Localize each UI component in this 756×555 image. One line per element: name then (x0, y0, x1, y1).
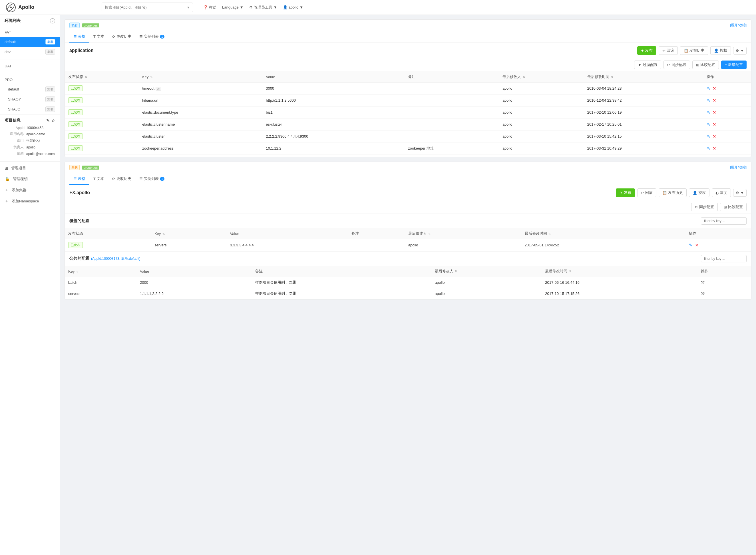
pub-th-remark: 备注 (252, 266, 431, 277)
ns1-tab-text[interactable]: T 文本 (89, 31, 108, 43)
table-row: 已发布 timeout灰 3000 apollo 2016-03-04 18:2… (65, 83, 751, 94)
action-icons: ✎ ✕ (707, 110, 748, 115)
ns1-pub-history-btn[interactable]: 📋 发布历史 (680, 46, 708, 55)
edit-icon[interactable]: ✎ (707, 110, 710, 115)
delete-icon[interactable]: ✕ (695, 243, 699, 248)
edit-icon[interactable]: ✎ (689, 243, 692, 248)
env-help-icon[interactable]: ? (50, 18, 55, 24)
nav-manage-secret[interactable]: 🔒 管理秘钥 (0, 174, 60, 184)
cell-value: 2000 (136, 277, 252, 288)
cell-key: elastic.cluster.name (139, 119, 262, 130)
cov-sort-key[interactable]: ⇅ (162, 232, 165, 236)
ns2-rollback-btn[interactable]: ↩ 回滚 (637, 188, 656, 197)
ns1-compare-btn[interactable]: ⊞ 比较配置 (692, 60, 719, 69)
nav-add-namespace[interactable]: ＋ 添加Namespace (0, 196, 60, 207)
rollback-icon: ↩ (662, 48, 666, 53)
ns2-tab-table[interactable]: ☰ 表格 (69, 173, 89, 185)
ns2-sync-btn[interactable]: ⟳ 同步配置 (691, 203, 718, 211)
pub-sort-key[interactable]: ⇅ (76, 270, 79, 273)
ns2-authorize-btn[interactable]: 👤 授权 (689, 188, 709, 197)
nav-add-cluster[interactable]: ＋ 添加集群 (0, 184, 60, 196)
cov-sort-time[interactable]: ⇅ (548, 232, 551, 235)
edit-icon[interactable]: ✎ (707, 134, 710, 139)
edit-icon[interactable]: ✎ (707, 122, 710, 127)
ns2-config-header: FX.apollo ✈ 发布 ↩ 回滚 📋 发布历史 👤 (65, 185, 751, 201)
ns2-tab-instances[interactable]: ☰ 实例列表 1 (135, 173, 168, 185)
key-badge: 灰 (156, 87, 161, 90)
project-edit-icon[interactable]: ✎ (46, 118, 50, 123)
ns2-publish-btn[interactable]: ✈ 发布 (616, 188, 635, 197)
delete-icon[interactable]: ✕ (713, 134, 716, 139)
sidebar-item-pro-shaoy[interactable]: SHAOY 集群 (0, 94, 60, 104)
sidebar-item-pro-shajq[interactable]: SHAJQ 集群 (0, 104, 60, 114)
cov-sort-modifier[interactable]: ⇅ (428, 232, 430, 235)
ns1-tab-history[interactable]: ⟳ 更改历史 (108, 31, 135, 43)
ns1-add-btn[interactable]: + 新增配置 (721, 60, 747, 69)
search-bar[interactable]: ▼ (101, 3, 193, 12)
pub-sort-modifier[interactable]: ⇅ (455, 270, 457, 273)
tools-icon[interactable]: ⚒ (701, 280, 705, 285)
ns2-pub-history-btn[interactable]: 📋 发布历史 (659, 188, 687, 197)
topnav: Apollo ▼ ❓ 帮助 Language ▼ ⚙ 管理员工具 ▼ 👤 apo… (0, 0, 756, 15)
help-link[interactable]: ❓ 帮助 (203, 5, 216, 10)
delete-icon[interactable]: ✕ (713, 122, 716, 127)
ns1-tab-instances[interactable]: ☰ 实例列表 1 (135, 31, 168, 43)
edit-icon[interactable]: ✎ (707, 98, 710, 103)
tools-icon[interactable]: ⚒ (701, 291, 705, 296)
sidebar-item-fat[interactable]: FAT (0, 28, 60, 37)
admin-tools-link[interactable]: ⚙ 管理员工具 ▼ (249, 5, 277, 10)
status-badge: 已发布 (68, 109, 83, 115)
sidebar-item-uat[interactable]: UAT (0, 62, 60, 71)
sort-modifier[interactable]: ⇅ (523, 75, 525, 79)
ns1-authorize-btn[interactable]: 👤 授权 (710, 46, 731, 55)
delete-icon[interactable]: ✕ (713, 98, 716, 103)
pub-sort-time[interactable]: ⇅ (569, 270, 571, 273)
ns1-name-tag: properties (82, 24, 99, 28)
sort-status[interactable]: ⇅ (85, 75, 87, 79)
status-badge: 已发布 (68, 121, 83, 127)
cell-remark: zookeeper 地址 (405, 142, 499, 155)
ns1-toolbar: ▼ 过滤配置 ⟳ 同步配置 ⊞ 比较配置 + 新增配置 (65, 58, 751, 71)
table-row: 已发布 elastic.document.type biz1 apollo 20… (65, 106, 751, 119)
public-filter-input[interactable] (701, 255, 747, 262)
sort-time[interactable]: ⇅ (611, 75, 613, 79)
ns2-compare-btn[interactable]: ⊞ 比较配置 (720, 203, 747, 211)
user-link[interactable]: 👤 apollo ▼ (283, 5, 303, 9)
env-list-section: 环境列表 ? (0, 15, 60, 28)
ns1-rollback-btn[interactable]: ↩ 回滚 (659, 46, 678, 55)
cell-modifier: apollo (499, 94, 584, 106)
ns2-instance-badge: 1 (160, 177, 164, 181)
sidebar-item-dev[interactable]: dev 集群 (0, 47, 60, 57)
edit-icon[interactable]: ✎ (707, 86, 710, 91)
ns2-gray-btn[interactable]: ◐ 灰度 (712, 188, 731, 197)
sort-key[interactable]: ⇅ (150, 76, 153, 79)
nav-manage-project[interactable]: ⊞ 管理项目 (0, 163, 60, 174)
delete-icon[interactable]: ✕ (713, 110, 716, 115)
history-icon: ⟳ (112, 35, 115, 39)
language-link[interactable]: Language ▼ (222, 5, 244, 9)
delete-icon[interactable]: ✕ (713, 86, 716, 91)
sidebar-item-default[interactable]: default 集群 (0, 37, 60, 47)
cov-th-value: Value (227, 228, 348, 239)
ns1-tab-table[interactable]: ☰ 表格 (69, 31, 89, 43)
ns1-settings-btn[interactable]: ⚙ ▼ (733, 47, 747, 54)
search-dropdown-arrow[interactable]: ▼ (187, 6, 190, 9)
cell-status: 已发布 (65, 239, 151, 251)
ns2-settings-btn[interactable]: ⚙ ▼ (733, 189, 747, 197)
covered-filter-input[interactable] (701, 217, 747, 225)
sidebar-item-pro-default[interactable]: default 集群 (0, 84, 60, 94)
sidebar-item-pro[interactable]: PRO (0, 75, 60, 84)
grid-icon: ⊞ (5, 166, 8, 171)
search-input[interactable] (105, 5, 187, 9)
project-star-icon[interactable]: ☆ (51, 118, 55, 123)
ns2-tab-text[interactable]: T 文本 (89, 173, 108, 185)
ns1-expand-btn[interactable]: [展开/收缩] (730, 23, 747, 28)
ns1-sync-btn[interactable]: ⟳ 同步配置 (664, 60, 690, 69)
ns1-publish-btn[interactable]: ✈ 发布 (637, 46, 656, 55)
delete-icon[interactable]: ✕ (713, 146, 716, 151)
ns1-filter-btn[interactable]: ▼ 过滤配置 (634, 60, 661, 69)
ns2-tab-history[interactable]: ⟳ 更改历史 (108, 173, 135, 185)
edit-icon[interactable]: ✎ (707, 146, 710, 151)
ns2-expand-btn[interactable]: [展开/收缩] (730, 165, 747, 170)
namespace-card-fx-apollo: 关联 properties [展开/收缩] ☰ 表格 T 文本 ⟳ 更改历史 (65, 162, 751, 299)
